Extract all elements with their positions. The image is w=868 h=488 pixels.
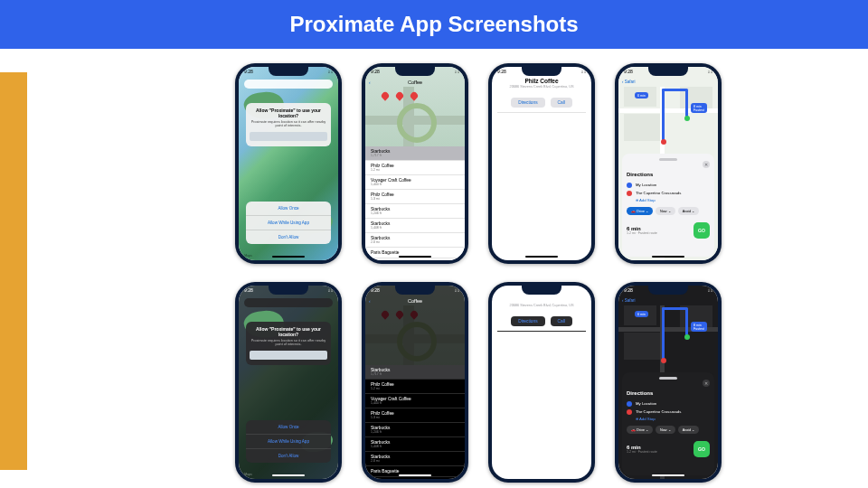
results-list[interactable]: Starbucks1,717 ftPhilz Coffee1.2 miVoyag… bbox=[365, 146, 465, 260]
result-row[interactable]: Starbucks1,246 ft bbox=[365, 204, 465, 219]
action-buttons: Directions Call bbox=[492, 316, 591, 326]
place-address: 20686 Stevens Creek Blvd, Cupertino, US bbox=[492, 85, 591, 89]
map-pin-icon bbox=[380, 90, 390, 100]
result-row[interactable]: Philz Coffee1.3 mi bbox=[365, 190, 465, 204]
result-row[interactable]: Starbucks1,717 ft bbox=[365, 365, 465, 380]
allow-while-using-button[interactable]: Allow While Using App bbox=[246, 215, 331, 230]
allow-while-using-button[interactable]: Allow While Using App bbox=[246, 434, 331, 448]
call-button[interactable]: Call bbox=[551, 98, 572, 108]
slide: Proximate App Screenshots 9:28􀙇 􀛨 Allow … bbox=[0, 0, 868, 488]
result-row[interactable]: Starbucks1,717 ft bbox=[365, 146, 465, 161]
place-address: 20686 Stevens Creek Blvd, Cupertino, US bbox=[492, 304, 591, 307]
dont-allow-button[interactable]: Don't Allow bbox=[246, 448, 331, 463]
separator bbox=[497, 112, 586, 113]
permission-options: Allow Once Allow While Using App Don't A… bbox=[246, 202, 331, 244]
grabber[interactable] bbox=[659, 377, 677, 380]
result-row[interactable]: Philz Coffee1.3 mi bbox=[365, 408, 465, 423]
mode-row: 🚗 Drive ⌄ Now ⌄ Avoid ⌄ bbox=[627, 207, 710, 215]
allow-once-button[interactable]: Allow Once bbox=[246, 420, 331, 434]
notch bbox=[648, 67, 688, 76]
notch bbox=[522, 286, 561, 295]
close-card-button[interactable]: ✕ bbox=[703, 380, 710, 387]
eta-row: 6 min 1.2 mi · Fastest route GO bbox=[627, 441, 710, 457]
directions-button[interactable]: Directions bbox=[511, 98, 544, 108]
result-name: Paris Baguette bbox=[371, 469, 459, 474]
screenshot-grid: 9:28􀙇 􀛨 Allow "Proximate" to use your lo… bbox=[235, 63, 722, 483]
result-row[interactable]: Starbucks1,448 ft bbox=[365, 437, 465, 452]
add-stop-button[interactable]: ⊕ Add Stop bbox=[636, 417, 710, 421]
phone-frame: 9:28􀙇 􀛨 Philz Coffee 20686 Stevens Creek… bbox=[488, 63, 595, 264]
search-field[interactable] bbox=[244, 80, 333, 89]
back-to-safari[interactable]: ‹ Safari bbox=[622, 298, 636, 303]
location-permission-alert: Allow "Proximate" to use your location? … bbox=[246, 103, 331, 146]
result-row[interactable]: Starbucks2.0 mi bbox=[365, 452, 465, 466]
allow-once-button[interactable]: Allow Once bbox=[246, 202, 331, 215]
home-indicator bbox=[525, 474, 558, 477]
grabber[interactable] bbox=[659, 158, 677, 161]
phone-frame: 9:28􀙇 􀛨 ‹ Safari 6 min 8 min Fastest Dir… bbox=[615, 63, 722, 264]
result-row[interactable]: Starbucks1,246 ft bbox=[365, 423, 465, 437]
route-eta-bubble: 6 min bbox=[635, 92, 648, 99]
phone-screen: 9:28􀙇 􀛨 ‹ Coffee Starbucks1,717 ftPhilz … bbox=[365, 67, 465, 260]
mode-avoid[interactable]: Avoid ⌄ bbox=[678, 426, 699, 434]
result-distance: 1,717 ft bbox=[371, 372, 459, 376]
result-row[interactable]: Voyager Craft Coffee1,444 ft bbox=[365, 394, 465, 408]
route-eta-bubble: 6 min bbox=[635, 311, 648, 317]
go-button[interactable]: GO bbox=[693, 222, 710, 239]
action-buttons: Directions Call bbox=[492, 98, 591, 108]
destination-pin-icon bbox=[684, 334, 690, 340]
directions-button[interactable]: Directions bbox=[511, 316, 544, 326]
detail-header: Philz Coffee 20686 Stevens Creek Blvd, C… bbox=[492, 296, 591, 307]
nav-title: Coffee bbox=[365, 80, 465, 85]
origin-pin-icon bbox=[661, 139, 666, 145]
eta-detail: 1.2 mi · Fastest route bbox=[627, 231, 657, 235]
route-eta-bubble: 8 min Fastest bbox=[691, 103, 707, 113]
waypoint-from[interactable]: My Location bbox=[627, 401, 710, 407]
search-field[interactable] bbox=[244, 298, 333, 307]
result-row[interactable]: Philz Coffee1.2 mi bbox=[365, 161, 465, 175]
notch bbox=[269, 67, 308, 76]
dont-allow-button[interactable]: Don't Allow bbox=[246, 230, 331, 244]
route-line bbox=[662, 89, 687, 91]
call-button[interactable]: Call bbox=[551, 316, 572, 326]
result-distance: 1,444 ft bbox=[371, 401, 459, 405]
maps-attribution: 􀣩 Maps bbox=[242, 473, 252, 476]
location-dot-icon bbox=[627, 401, 632, 407]
waypoint-to[interactable]: The Cupertino Crossroads bbox=[627, 409, 710, 415]
waypoint-from[interactable]: My Location bbox=[627, 183, 710, 188]
roundabout bbox=[397, 103, 437, 143]
result-row[interactable]: Philz Coffee1.2 mi bbox=[365, 380, 465, 394]
close-card-button[interactable]: ✕ bbox=[703, 161, 710, 168]
mode-now[interactable]: Now ⌄ bbox=[656, 426, 675, 434]
go-button[interactable]: GO bbox=[693, 441, 710, 457]
route-line bbox=[685, 307, 688, 336]
back-to-safari[interactable]: ‹ Safari bbox=[622, 80, 636, 84]
mode-drive[interactable]: 🚗 Drive ⌄ bbox=[627, 426, 653, 434]
row-dark: 9:28􀙇 􀛨 Allow "Proximate" to use your lo… bbox=[235, 282, 722, 483]
waypoint-to[interactable]: The Cupertino Crossroads bbox=[627, 191, 710, 196]
result-row[interactable]: Starbucks2.0 mi bbox=[365, 233, 465, 248]
alert-map-preview bbox=[250, 351, 327, 360]
result-distance: 2.0 mi bbox=[371, 240, 459, 244]
row-light: 9:28􀙇 􀛨 Allow "Proximate" to use your lo… bbox=[235, 63, 722, 264]
location-dot-icon bbox=[627, 183, 632, 188]
result-distance: 1.3 mi bbox=[371, 416, 459, 419]
phone-frame: 9:28􀙇 􀛨 Allow "Proximate" to use your lo… bbox=[235, 282, 342, 483]
maps-attribution: 􀣩 Maps bbox=[242, 254, 252, 258]
notch bbox=[269, 286, 308, 295]
results-list[interactable]: Starbucks1,717 ftPhilz Coffee1.2 miVoyag… bbox=[365, 365, 465, 479]
mode-now[interactable]: Now ⌄ bbox=[656, 207, 675, 215]
result-distance: 2.0 mi bbox=[371, 459, 459, 463]
mode-avoid[interactable]: Avoid ⌄ bbox=[678, 207, 699, 215]
add-stop-button[interactable]: ⊕ Add Stop bbox=[636, 198, 710, 202]
home-indicator bbox=[272, 474, 305, 477]
result-distance: 1,444 ft bbox=[371, 183, 459, 186]
route-line bbox=[685, 89, 688, 117]
separator bbox=[497, 331, 586, 332]
destination-pin-icon bbox=[684, 116, 690, 121]
mode-drive[interactable]: 🚗 Drive ⌄ bbox=[627, 207, 653, 215]
result-row[interactable]: Starbucks1,448 ft bbox=[365, 219, 465, 233]
result-row[interactable]: Voyager Craft Coffee1,444 ft bbox=[365, 175, 465, 190]
result-distance: 1.3 mi bbox=[371, 197, 459, 201]
directions-card: Directions My Location The Cupertino Cro… bbox=[622, 154, 714, 257]
